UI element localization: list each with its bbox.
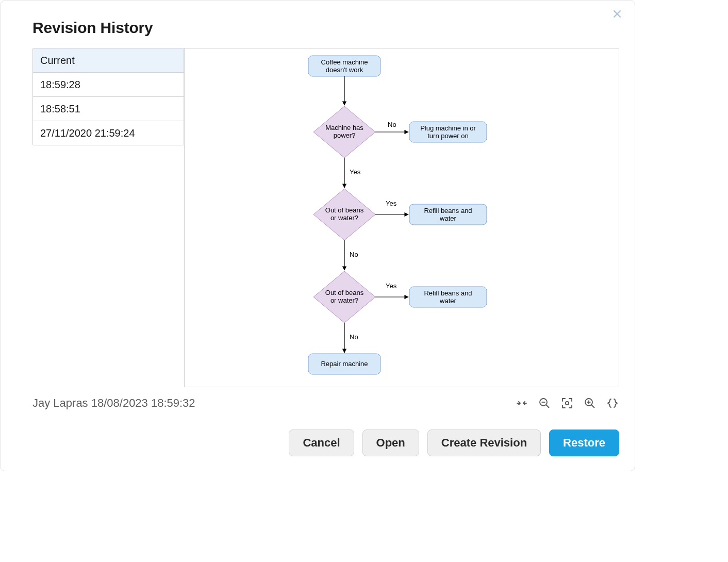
- flow-node-decision-power[interactable]: Machine has power?: [313, 106, 375, 158]
- dialog-title: Revision History: [32, 19, 619, 37]
- dialog-button-row: Cancel Open Create Revision Restore: [16, 429, 619, 456]
- flow-node-end[interactable]: Repair machine: [308, 354, 380, 374]
- flow-node-decision-beans-2[interactable]: Out of beans or water?: [313, 271, 375, 323]
- svg-line-9: [546, 405, 549, 408]
- flow-node-decision-beans-1[interactable]: Out of beans or water?: [313, 189, 375, 240]
- close-button[interactable]: [609, 6, 625, 22]
- flow-node-text: Machine has: [325, 124, 363, 131]
- flow-node-text: Repair machine: [321, 360, 368, 368]
- flow-node-text: Coffee machine: [321, 58, 368, 66]
- flow-node-text: water: [439, 297, 456, 305]
- flow-node-action-refill-1[interactable]: Refill beans and water: [409, 204, 487, 225]
- flow-edge-label: Yes: [350, 168, 361, 176]
- cancel-button[interactable]: Cancel: [289, 429, 354, 456]
- revision-row-current[interactable]: Current: [33, 48, 184, 73]
- revision-row[interactable]: 27/11/2020 21:59:24: [33, 121, 184, 145]
- zoom-out-button[interactable]: [538, 396, 551, 410]
- flow-node-start[interactable]: Coffee machine doesn't work: [308, 56, 380, 76]
- revision-row[interactable]: 18:59:28: [33, 73, 184, 97]
- flow-node-text: or water?: [330, 214, 358, 222]
- collapse-icon: [516, 397, 528, 409]
- code-button[interactable]: [606, 396, 619, 410]
- revision-row[interactable]: 18:58:51: [33, 97, 184, 121]
- open-button[interactable]: Open: [362, 429, 419, 456]
- preview-toolbar: [515, 396, 619, 410]
- zoom-fit-button[interactable]: [560, 396, 574, 410]
- flow-edge-label: No: [388, 121, 396, 128]
- flow-node-text: Out of beans: [325, 289, 364, 296]
- create-revision-button[interactable]: Create Revision: [427, 429, 541, 456]
- flow-node-text: Refill beans and: [424, 207, 472, 214]
- svg-line-13: [591, 405, 594, 408]
- flow-node-text: Plug machine in or: [420, 124, 476, 132]
- flow-edge-label: No: [350, 251, 358, 258]
- zoom-out-icon: [538, 397, 551, 409]
- revision-history-dialog: Revision History Current 18:59:28 18:58:…: [0, 0, 635, 471]
- flow-node-text: Out of beans: [325, 206, 364, 214]
- flow-node-text: turn power on: [427, 132, 469, 140]
- collapse-button[interactable]: [515, 396, 528, 410]
- zoom-in-icon: [584, 397, 596, 409]
- flow-edge-label: No: [350, 333, 358, 341]
- flow-node-text: Refill beans and: [424, 289, 472, 297]
- revision-list: Current 18:59:28 18:58:51 27/11/2020 21:…: [32, 48, 184, 145]
- restore-button[interactable]: Restore: [549, 429, 619, 456]
- flow-node-action-plug[interactable]: Plug machine in or turn power on: [409, 122, 487, 142]
- revision-author-line: Jay Lapras 18/08/2023 18:59:32: [32, 396, 195, 410]
- flow-node-action-refill-2[interactable]: Refill beans and water: [409, 287, 487, 307]
- zoom-fit-icon: [561, 397, 573, 409]
- flow-node-text: power?: [334, 131, 356, 139]
- zoom-in-button[interactable]: [583, 396, 597, 410]
- diagram-preview[interactable]: Coffee machine doesn't work Machine has …: [184, 48, 619, 387]
- flow-edge-label: Yes: [386, 200, 397, 207]
- flow-node-text: or water?: [330, 296, 358, 304]
- flow-edge-label: Yes: [386, 282, 397, 290]
- flow-node-text: doesn't work: [326, 66, 363, 74]
- braces-icon: [606, 397, 619, 409]
- svg-point-11: [566, 402, 569, 405]
- close-icon: [612, 9, 622, 19]
- flow-node-text: water: [439, 214, 456, 222]
